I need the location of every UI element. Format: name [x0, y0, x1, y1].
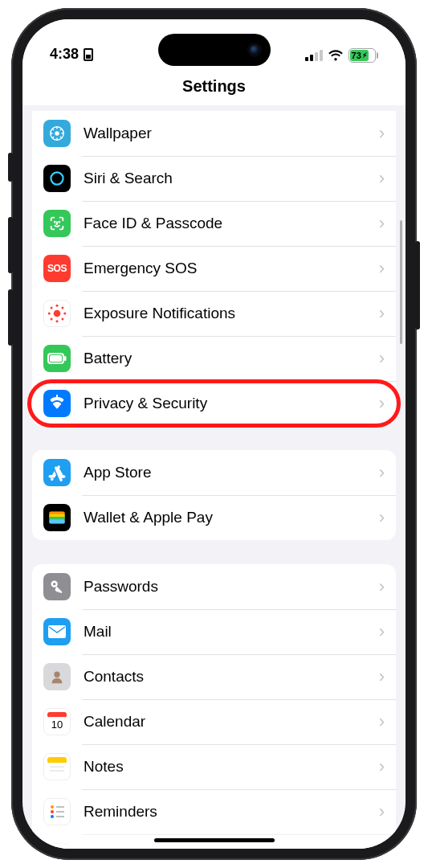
row-label: Battery	[84, 350, 379, 367]
svg-point-10	[63, 312, 66, 314]
row-label: Wallet & Apple Pay	[84, 509, 379, 526]
screen: 4:38 73⚡︎ S	[22, 19, 406, 849]
power-button	[415, 241, 420, 330]
svg-rect-16	[50, 355, 62, 362]
svg-point-8	[55, 320, 58, 322]
volume-down-button	[8, 289, 13, 346]
svg-point-7	[55, 305, 58, 307]
svg-point-11	[51, 307, 53, 309]
row-label: Privacy & Security	[84, 395, 379, 412]
chevron-right-icon: ›	[379, 507, 385, 528]
svg-rect-30	[47, 757, 67, 764]
svg-rect-17	[64, 356, 67, 361]
row-label: Notes	[84, 758, 379, 776]
row-label: App Store	[84, 464, 379, 481]
settings-group-store: App Store › Wallet & Apple Pay ›	[32, 450, 396, 540]
chevron-right-icon: ›	[379, 348, 385, 369]
chevron-right-icon: ›	[379, 666, 385, 687]
calendar-icon: 10	[43, 708, 71, 735]
settings-row-passwords[interactable]: Passwords ›	[32, 564, 396, 609]
settings-group-system: Wallpaper › Siri & Search › Face ID & Pa…	[32, 111, 396, 426]
page-title: Settings	[22, 66, 406, 105]
chevron-right-icon: ›	[379, 303, 385, 324]
svg-point-24	[53, 583, 55, 585]
id-card-icon	[84, 48, 93, 61]
svg-point-13	[51, 317, 53, 320]
svg-point-1	[55, 131, 59, 136]
settings-row-sos[interactable]: SOS Emergency SOS ›	[32, 246, 396, 291]
reminders-icon	[43, 798, 71, 825]
chevron-right-icon: ›	[379, 213, 385, 234]
faceid-icon	[43, 210, 71, 237]
contacts-icon	[43, 663, 71, 690]
charging-icon: ⚡︎	[362, 51, 367, 59]
chevron-right-icon: ›	[379, 393, 385, 414]
row-label: Mail	[84, 623, 379, 641]
svg-rect-27	[47, 712, 67, 718]
battery-percentage: 73	[352, 51, 361, 60]
row-label: Passwords	[84, 578, 379, 596]
front-camera	[250, 45, 259, 55]
silent-switch	[8, 153, 13, 182]
clock: 4:38	[50, 46, 79, 63]
settings-row-mail[interactable]: Mail ›	[32, 609, 396, 654]
svg-point-12	[61, 307, 63, 309]
chevron-right-icon: ›	[379, 756, 385, 777]
wallpaper-icon	[43, 120, 71, 147]
settings-row-battery[interactable]: Battery ›	[32, 336, 396, 381]
row-label: Exposure Notifications	[84, 305, 379, 322]
status-left: 4:38	[50, 46, 93, 63]
exposure-icon	[43, 300, 71, 327]
settings-row-faceid[interactable]: Face ID & Passcode ›	[32, 201, 396, 246]
home-indicator[interactable]	[154, 838, 275, 842]
svg-point-36	[51, 815, 54, 818]
scroll-indicator[interactable]	[400, 220, 402, 344]
sos-icon: SOS	[43, 255, 71, 282]
settings-row-calendar[interactable]: 10 Calendar ›	[32, 699, 396, 744]
settings-row-privacy[interactable]: Privacy & Security ›	[32, 381, 396, 426]
svg-point-34	[51, 805, 54, 809]
chevron-right-icon: ›	[379, 258, 385, 279]
row-label: Siri & Search	[84, 170, 379, 187]
chevron-right-icon: ›	[379, 846, 385, 849]
cellular-signal-icon	[305, 50, 323, 61]
settings-row-wallpaper[interactable]: Wallpaper ›	[32, 111, 396, 156]
row-label: Calendar	[84, 713, 379, 731]
settings-row-siri[interactable]: Siri & Search ›	[32, 156, 396, 201]
row-label: Emergency SOS	[84, 260, 379, 277]
svg-point-26	[54, 672, 59, 678]
settings-row-appstore[interactable]: App Store ›	[32, 450, 396, 495]
settings-row-notes[interactable]: Notes ›	[32, 744, 396, 789]
svg-point-5	[59, 222, 59, 223]
freeform-icon	[43, 843, 71, 849]
settings-row-exposure[interactable]: Exposure Notifications ›	[32, 291, 396, 336]
appstore-icon	[43, 459, 71, 486]
chevron-right-icon: ›	[379, 123, 385, 144]
settings-row-reminders[interactable]: Reminders ›	[32, 789, 396, 834]
svg-rect-31	[47, 763, 67, 776]
svg-point-6	[54, 310, 61, 317]
row-label: Face ID & Passcode	[84, 215, 379, 232]
svg-point-9	[48, 312, 51, 314]
settings-list[interactable]: Wallpaper › Siri & Search › Face ID & Pa…	[22, 111, 406, 849]
wallet-icon	[43, 504, 71, 531]
svg-point-35	[51, 810, 54, 813]
passwords-icon	[43, 573, 71, 600]
row-label: Contacts	[84, 668, 379, 686]
svg-rect-25	[48, 625, 66, 638]
chevron-right-icon: ›	[379, 462, 385, 483]
svg-text:10: 10	[51, 719, 63, 731]
status-right: 73⚡︎	[305, 48, 379, 63]
row-label: Reminders	[84, 803, 379, 821]
mail-icon	[43, 618, 71, 645]
svg-point-14	[61, 317, 63, 320]
settings-row-contacts[interactable]: Contacts ›	[32, 654, 396, 699]
chevron-right-icon: ›	[379, 801, 385, 822]
row-label: Wallpaper	[84, 125, 379, 142]
privacy-icon	[43, 390, 71, 417]
row-label: Freeform	[84, 848, 379, 849]
phone-frame: 4:38 73⚡︎ S	[11, 8, 417, 860]
wifi-icon	[328, 49, 344, 62]
settings-row-wallet[interactable]: Wallet & Apple Pay ›	[32, 495, 396, 540]
chevron-right-icon: ›	[379, 711, 385, 732]
